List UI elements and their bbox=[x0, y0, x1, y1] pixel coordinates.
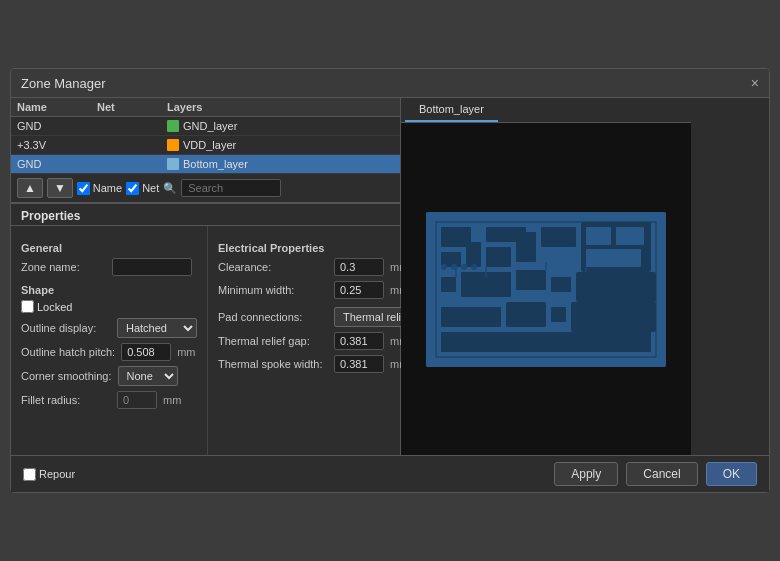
clearance-label: Clearance: bbox=[218, 261, 328, 273]
clearance-input[interactable] bbox=[334, 258, 384, 276]
pcb-preview bbox=[426, 212, 666, 367]
repour-checkbox[interactable] bbox=[23, 468, 36, 481]
dialog-title: Zone Manager bbox=[21, 76, 106, 91]
main-content: Name Net Layers GND GND_layer +3.3V bbox=[11, 98, 769, 455]
outline-display-select[interactable]: Hatched bbox=[117, 318, 197, 338]
preview-area bbox=[401, 123, 691, 455]
zone-manager-dialog: Zone Manager × Name Net Layers GND GND_l… bbox=[10, 68, 770, 493]
outline-display-label: Outline display: bbox=[21, 322, 111, 334]
fillet-radius-label: Fillet radius: bbox=[21, 394, 111, 406]
outline-hatch-row: Outline hatch pitch: mm bbox=[21, 343, 197, 361]
locked-row: Locked bbox=[21, 300, 197, 313]
table-row[interactable]: +3.3V VDD_layer bbox=[11, 136, 400, 155]
thermal-relief-gap-label: Thermal relief gap: bbox=[218, 335, 328, 347]
general-title: General bbox=[21, 242, 197, 254]
svg-rect-17 bbox=[576, 272, 656, 302]
net-checkbox[interactable] bbox=[126, 182, 139, 195]
svg-rect-11 bbox=[616, 227, 644, 245]
svg-rect-12 bbox=[586, 249, 641, 267]
row-name-0: GND bbox=[17, 120, 97, 132]
locked-text: Locked bbox=[37, 301, 72, 313]
search-input[interactable] bbox=[181, 179, 281, 197]
repour-label[interactable]: Repour bbox=[23, 468, 75, 481]
tab-bottom-layer[interactable]: Bottom_layer bbox=[405, 98, 498, 122]
fillet-radius-row: Fillet radius: mm bbox=[21, 391, 197, 409]
svg-rect-20 bbox=[551, 307, 566, 322]
left-panel: Name Net Layers GND GND_layer +3.3V bbox=[11, 98, 401, 455]
row-layer-name-2: Bottom_layer bbox=[183, 158, 248, 170]
svg-rect-15 bbox=[516, 270, 546, 290]
fillet-radius-unit: mm bbox=[163, 394, 181, 406]
cancel-button[interactable]: Cancel bbox=[626, 462, 697, 486]
properties-section-label: Properties bbox=[11, 203, 400, 225]
thermal-spoke-label: Thermal spoke width: bbox=[218, 358, 328, 370]
outline-hatch-label: Outline hatch pitch: bbox=[21, 346, 115, 358]
svg-point-27 bbox=[441, 264, 447, 270]
corner-smoothing-select[interactable]: None bbox=[118, 366, 178, 386]
svg-rect-6 bbox=[486, 247, 511, 267]
svg-point-28 bbox=[451, 264, 457, 270]
table-header: Name Net Layers bbox=[11, 98, 400, 117]
move-up-button[interactable]: ▲ bbox=[17, 178, 43, 198]
outline-hatch-input[interactable] bbox=[121, 343, 171, 361]
svg-rect-8 bbox=[541, 227, 576, 247]
svg-rect-7 bbox=[516, 232, 536, 262]
table-row[interactable]: GND GND_layer bbox=[11, 117, 400, 136]
name-checkbox-text: Name bbox=[93, 182, 122, 194]
col-header-layers: Layers bbox=[167, 101, 394, 113]
right-panel: Bottom_layer bbox=[401, 98, 691, 455]
svg-rect-22 bbox=[441, 332, 651, 352]
corner-smoothing-row: Corner smoothing: None bbox=[21, 366, 197, 386]
search-icon: 🔍 bbox=[163, 182, 177, 195]
thermal-spoke-input[interactable] bbox=[334, 355, 384, 373]
fillet-radius-input bbox=[117, 391, 157, 409]
min-width-label: Minimum width: bbox=[218, 284, 328, 296]
pcb-svg bbox=[426, 212, 666, 367]
color-swatch-0 bbox=[167, 120, 179, 132]
row-name-1: +3.3V bbox=[17, 139, 97, 151]
color-swatch-1 bbox=[167, 139, 179, 151]
row-layer-2: Bottom_layer bbox=[167, 158, 248, 170]
row-name-2: GND bbox=[17, 158, 97, 170]
footer-right: Apply Cancel OK bbox=[554, 462, 757, 486]
three-cols: General Zone name: Shape Locked Outline … bbox=[11, 225, 400, 455]
footer-left: Repour bbox=[23, 468, 75, 481]
locked-label[interactable]: Locked bbox=[21, 300, 72, 313]
tab-bar: Bottom_layer bbox=[401, 98, 691, 123]
layer-table: Name Net Layers GND GND_layer +3.3V bbox=[11, 98, 400, 174]
repour-text: Repour bbox=[39, 468, 75, 480]
row-layer-name-1: VDD_layer bbox=[183, 139, 236, 151]
col-general: General Zone name: Shape Locked Outline … bbox=[11, 226, 208, 455]
min-width-input[interactable] bbox=[334, 281, 384, 299]
zone-name-label: Zone name: bbox=[21, 261, 106, 273]
ok-button[interactable]: OK bbox=[706, 462, 757, 486]
table-row-selected[interactable]: GND Bottom_layer bbox=[11, 155, 400, 174]
col-header-name: Name bbox=[17, 101, 97, 113]
color-swatch-2 bbox=[167, 158, 179, 170]
shape-title: Shape bbox=[21, 284, 197, 296]
row-layer-name-0: GND_layer bbox=[183, 120, 237, 132]
outline-display-row: Outline display: Hatched bbox=[21, 318, 197, 338]
move-down-button[interactable]: ▼ bbox=[47, 178, 73, 198]
close-button[interactable]: × bbox=[751, 75, 759, 91]
svg-rect-21 bbox=[571, 302, 656, 332]
footer: Repour Apply Cancel OK bbox=[11, 455, 769, 492]
svg-rect-16 bbox=[551, 277, 571, 292]
apply-button[interactable]: Apply bbox=[554, 462, 618, 486]
net-checkbox-label[interactable]: Net bbox=[126, 182, 159, 195]
svg-rect-18 bbox=[441, 307, 501, 327]
zone-name-row: Zone name: bbox=[21, 258, 197, 276]
pad-connections-label: Pad connections: bbox=[218, 311, 328, 323]
zone-name-input[interactable] bbox=[112, 258, 192, 276]
toolbar-row: ▲ ▼ Name Net 🔍 bbox=[11, 174, 400, 203]
name-checkbox[interactable] bbox=[77, 182, 90, 195]
locked-checkbox[interactable] bbox=[21, 300, 34, 313]
row-layer-0: GND_layer bbox=[167, 120, 237, 132]
outline-hatch-unit: mm bbox=[177, 346, 195, 358]
svg-point-29 bbox=[461, 264, 467, 270]
thermal-relief-gap-input[interactable] bbox=[334, 332, 384, 350]
name-checkbox-label[interactable]: Name bbox=[77, 182, 122, 195]
svg-point-30 bbox=[471, 264, 477, 270]
row-layer-1: VDD_layer bbox=[167, 139, 236, 151]
net-checkbox-text: Net bbox=[142, 182, 159, 194]
